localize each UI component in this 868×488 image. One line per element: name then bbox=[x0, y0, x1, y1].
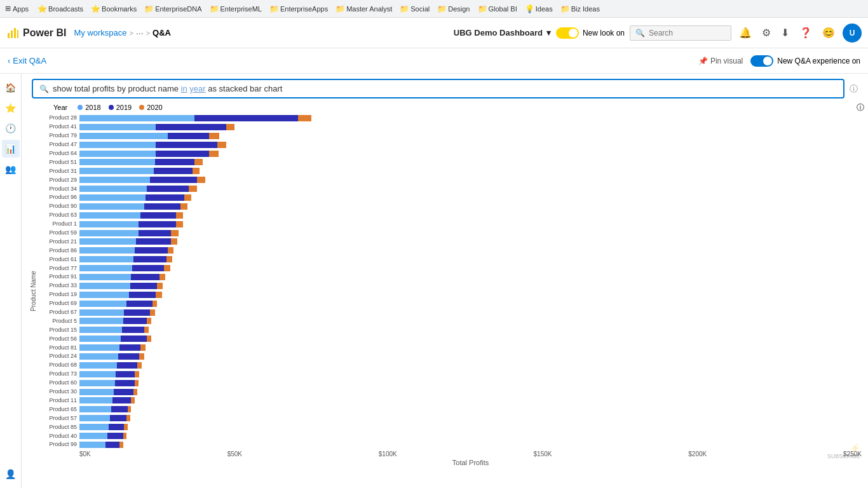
bar-row[interactable] bbox=[79, 212, 862, 219]
search-box[interactable]: 🔍 bbox=[630, 25, 731, 41]
bar-row[interactable] bbox=[79, 406, 862, 412]
bar-row[interactable] bbox=[79, 194, 862, 201]
bar-row[interactable] bbox=[79, 380, 862, 386]
bar-row[interactable] bbox=[79, 389, 862, 395]
legend-dot-2019 bbox=[109, 105, 114, 110]
bar-row[interactable] bbox=[79, 344, 862, 351]
bar-2018 bbox=[79, 353, 118, 360]
bar-row[interactable] bbox=[79, 142, 862, 148]
bar-row[interactable] bbox=[79, 353, 862, 360]
bookmark-item[interactable]: 💡Ideas bbox=[522, 4, 555, 13]
workspace-link[interactable]: My workspace bbox=[74, 28, 126, 37]
bar-2020 bbox=[119, 442, 123, 448]
search-input[interactable] bbox=[649, 29, 725, 37]
dashboard-selector[interactable]: UBG Demo Dashboard ▾ bbox=[454, 28, 551, 37]
bar-2018 bbox=[79, 327, 122, 333]
avatar[interactable]: U bbox=[843, 24, 862, 43]
bar-2020 bbox=[156, 292, 161, 298]
bookmark-item[interactable]: 📁Global BI bbox=[475, 4, 520, 13]
dots-button[interactable]: ··· bbox=[136, 28, 144, 38]
bar-row[interactable] bbox=[79, 283, 862, 289]
settings-icon[interactable]: ⚙ bbox=[759, 24, 773, 41]
bar-row[interactable] bbox=[79, 309, 862, 316]
bar-2018 bbox=[79, 186, 147, 192]
sidebar-item-recent[interactable]: 🕐 bbox=[2, 119, 20, 137]
bar-2020 bbox=[140, 344, 145, 351]
bar-row[interactable] bbox=[79, 159, 862, 165]
bookmark-item[interactable]: 📁EnterpriseDNA bbox=[142, 4, 204, 13]
download-icon[interactable]: ⬇ bbox=[778, 24, 792, 41]
sidebar-item-favorites[interactable]: ⭐ bbox=[2, 99, 20, 117]
bar-row[interactable] bbox=[79, 415, 862, 421]
legend-dot-2020 bbox=[139, 105, 144, 110]
bookmark-item[interactable]: ⭐Broadcasts bbox=[35, 4, 86, 13]
bar-row[interactable] bbox=[79, 397, 862, 403]
bar-2020 bbox=[171, 230, 178, 236]
bookmark-label: Design bbox=[448, 5, 470, 13]
bar-row[interactable] bbox=[79, 177, 862, 183]
topbar-actions: New look on 🔍 🔔 ⚙ ⬇ ❓ 😊 U bbox=[556, 24, 862, 43]
svg-rect-1 bbox=[11, 30, 13, 38]
legend-item-2020: 2020 bbox=[139, 104, 162, 111]
bar-row[interactable] bbox=[79, 301, 862, 307]
pin-visual-label: Pin visual bbox=[710, 57, 743, 65]
bar-row[interactable] bbox=[79, 362, 862, 369]
product-label: Product 34 bbox=[38, 186, 79, 192]
bar-row[interactable] bbox=[79, 186, 862, 192]
bar-row[interactable] bbox=[79, 274, 862, 280]
chart-info-icon[interactable]: ⓘ bbox=[857, 102, 864, 113]
bar-row[interactable] bbox=[79, 318, 862, 324]
info-icon[interactable]: ⓘ bbox=[850, 83, 858, 95]
bar-2018 bbox=[79, 256, 133, 262]
bar-row[interactable] bbox=[79, 124, 862, 130]
bar-row[interactable] bbox=[79, 292, 862, 298]
bar-row[interactable] bbox=[79, 424, 862, 430]
bookmark-label: EnterpriseML bbox=[220, 5, 262, 13]
bar-2018 bbox=[79, 389, 114, 395]
bar-row[interactable] bbox=[79, 115, 862, 121]
bar-row[interactable] bbox=[79, 203, 862, 210]
bookmark-icon: ⭐ bbox=[91, 4, 100, 13]
new-look-label: New look on bbox=[583, 29, 625, 37]
bar-row[interactable] bbox=[79, 230, 862, 236]
bar-row[interactable] bbox=[79, 327, 862, 333]
bar-row[interactable] bbox=[79, 247, 862, 254]
bar-2020 bbox=[217, 142, 227, 148]
bar-row[interactable] bbox=[79, 151, 862, 157]
new-look-toggle[interactable] bbox=[556, 27, 579, 39]
bar-2020 bbox=[171, 238, 177, 245]
bar-2018 bbox=[79, 415, 110, 421]
bookmark-item[interactable]: 📁EnterpriseML bbox=[207, 4, 264, 13]
apps-button[interactable]: ⊞ Apps bbox=[5, 4, 29, 13]
bar-row[interactable] bbox=[79, 256, 862, 262]
bar-row[interactable] bbox=[79, 133, 862, 139]
sidebar-item-shared[interactable]: 👥 bbox=[2, 160, 20, 178]
sidebar-item-profile[interactable]: 👤 bbox=[2, 465, 20, 483]
bookmark-item[interactable]: 📁EnterpriseApps bbox=[267, 4, 330, 13]
bar-row[interactable] bbox=[79, 442, 862, 448]
help-icon[interactable]: ❓ bbox=[797, 24, 815, 41]
bar-row[interactable] bbox=[79, 371, 862, 377]
sidebar-item-home[interactable]: 🏠 bbox=[2, 79, 20, 97]
bar-row[interactable] bbox=[79, 221, 862, 227]
bar-row[interactable] bbox=[79, 168, 862, 174]
qa-input-wrapper[interactable]: 🔍 show total profits by product name in … bbox=[32, 79, 844, 98]
pin-visual-button[interactable]: 📌 Pin visual bbox=[698, 57, 743, 65]
bookmark-item[interactable]: ⭐Bookmarks bbox=[88, 4, 139, 13]
bar-2018 bbox=[79, 203, 144, 210]
bar-row[interactable] bbox=[79, 433, 862, 439]
bookmark-item[interactable]: 📁Master Analyst bbox=[333, 4, 395, 13]
exit-qa-button[interactable]: ‹ Exit Q&A bbox=[8, 56, 46, 65]
chart-area: ⓘ Year 2018 2019 2020 Product Name Produ… bbox=[22, 101, 868, 477]
bar-row[interactable] bbox=[79, 336, 862, 342]
new-qa-toggle[interactable] bbox=[750, 55, 773, 67]
bar-2019 bbox=[126, 301, 153, 307]
bar-row[interactable] bbox=[79, 238, 862, 245]
notifications-icon[interactable]: 🔔 bbox=[736, 24, 754, 41]
bookmark-item[interactable]: 📁Biz Ideas bbox=[558, 4, 602, 13]
bar-row[interactable] bbox=[79, 265, 862, 271]
sidebar-item-apps[interactable]: 📊 bbox=[2, 140, 20, 158]
bookmark-item[interactable]: 📁Design bbox=[435, 4, 472, 13]
feedback-icon[interactable]: 😊 bbox=[820, 24, 837, 41]
bookmark-item[interactable]: 📁Social bbox=[397, 4, 432, 13]
